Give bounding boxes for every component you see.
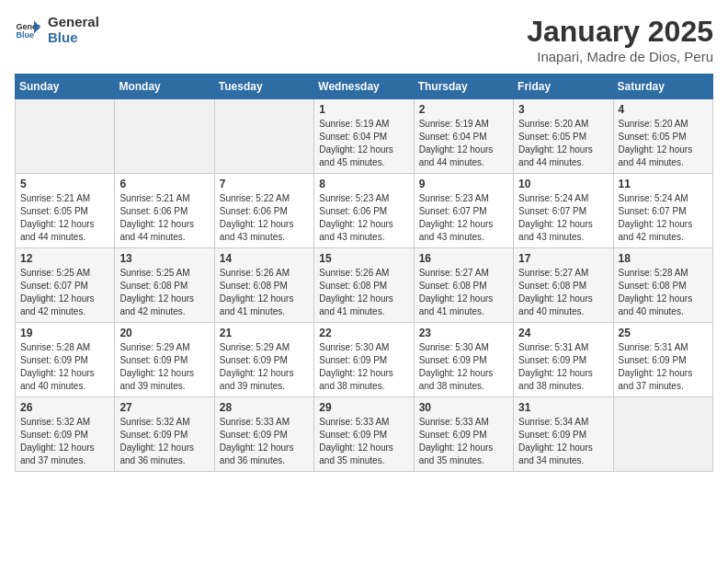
sunrise-text: Sunrise: 5:26 AM — [220, 267, 309, 280]
day-info: Sunrise: 5:21 AM Sunset: 6:05 PM Dayligh… — [20, 192, 109, 244]
calendar-cell: 10 Sunrise: 5:24 AM Sunset: 6:07 PM Dayl… — [514, 174, 613, 248]
calendar-week-row: 26 Sunrise: 5:32 AM Sunset: 6:09 PM Dayl… — [16, 397, 713, 472]
sunset-text: Sunset: 6:06 PM — [220, 205, 309, 218]
day-number: 3 — [518, 103, 608, 116]
calendar-week-row: 1 Sunrise: 5:19 AM Sunset: 6:04 PM Dayli… — [16, 99, 713, 174]
logo-blue-text: Blue — [48, 30, 99, 46]
sunset-text: Sunset: 6:08 PM — [419, 280, 508, 293]
logo-general-text: General — [48, 15, 99, 30]
sunrise-text: Sunrise: 5:32 AM — [119, 416, 209, 429]
sunrise-text: Sunrise: 5:22 AM — [220, 192, 309, 205]
daylight-text: Daylight: 12 hours and 35 minutes. — [319, 442, 408, 467]
day-number: 25 — [619, 327, 708, 339]
calendar-cell: 1 Sunrise: 5:19 AM Sunset: 6:04 PM Dayli… — [314, 99, 414, 174]
daylight-text: Daylight: 12 hours and 39 minutes. — [220, 367, 309, 393]
calendar-header-row: SundayMondayTuesdayWednesdayThursdayFrid… — [16, 75, 713, 99]
day-number: 7 — [220, 178, 309, 190]
sunset-text: Sunset: 6:09 PM — [319, 429, 408, 442]
day-info: Sunrise: 5:34 AM Sunset: 6:09 PM Dayligh… — [518, 416, 608, 467]
sunset-text: Sunset: 6:07 PM — [419, 205, 508, 218]
daylight-text: Daylight: 12 hours and 44 minutes. — [119, 218, 209, 244]
sunset-text: Sunset: 6:07 PM — [619, 205, 708, 218]
calendar-cell — [115, 99, 214, 174]
day-info: Sunrise: 5:33 AM Sunset: 6:09 PM Dayligh… — [220, 416, 309, 467]
day-info: Sunrise: 5:26 AM Sunset: 6:08 PM Dayligh… — [220, 267, 309, 318]
day-info: Sunrise: 5:30 AM Sunset: 6:09 PM Dayligh… — [319, 341, 408, 393]
daylight-text: Daylight: 12 hours and 39 minutes. — [119, 367, 209, 393]
day-info: Sunrise: 5:27 AM Sunset: 6:08 PM Dayligh… — [518, 267, 608, 318]
daylight-text: Daylight: 12 hours and 40 minutes. — [518, 293, 608, 318]
sunset-text: Sunset: 6:09 PM — [518, 354, 608, 367]
title-section: January 2025 Inapari, Madre de Dios, Per… — [527, 15, 713, 64]
sunset-text: Sunset: 6:09 PM — [220, 429, 309, 442]
sunset-text: Sunset: 6:08 PM — [319, 280, 408, 293]
sunrise-text: Sunrise: 5:19 AM — [419, 118, 508, 131]
day-header-tuesday: Tuesday — [214, 75, 313, 99]
day-info: Sunrise: 5:29 AM Sunset: 6:09 PM Dayligh… — [119, 341, 209, 393]
sunrise-text: Sunrise: 5:26 AM — [319, 267, 408, 280]
sunrise-text: Sunrise: 5:20 AM — [619, 118, 708, 131]
day-number: 21 — [220, 327, 309, 339]
calendar-cell: 21 Sunrise: 5:29 AM Sunset: 6:09 PM Dayl… — [214, 323, 313, 397]
day-info: Sunrise: 5:20 AM Sunset: 6:05 PM Dayligh… — [518, 118, 608, 169]
sunset-text: Sunset: 6:05 PM — [20, 205, 109, 218]
sunrise-text: Sunrise: 5:30 AM — [419, 341, 508, 354]
sunrise-text: Sunrise: 5:27 AM — [518, 267, 608, 280]
calendar-cell: 13 Sunrise: 5:25 AM Sunset: 6:08 PM Dayl… — [115, 248, 214, 323]
day-number: 28 — [220, 401, 309, 414]
sunset-text: Sunset: 6:09 PM — [619, 354, 708, 367]
sunrise-text: Sunrise: 5:34 AM — [518, 416, 608, 429]
daylight-text: Daylight: 12 hours and 35 minutes. — [419, 442, 508, 467]
sunset-text: Sunset: 6:09 PM — [20, 429, 109, 442]
daylight-text: Daylight: 12 hours and 44 minutes. — [419, 144, 508, 169]
day-info: Sunrise: 5:31 AM Sunset: 6:09 PM Dayligh… — [518, 341, 608, 393]
daylight-text: Daylight: 12 hours and 43 minutes. — [220, 218, 309, 244]
calendar-body: 1 Sunrise: 5:19 AM Sunset: 6:04 PM Dayli… — [16, 99, 713, 472]
sunrise-text: Sunrise: 5:21 AM — [119, 192, 209, 205]
calendar-cell: 28 Sunrise: 5:33 AM Sunset: 6:09 PM Dayl… — [214, 397, 313, 472]
sunrise-text: Sunrise: 5:32 AM — [20, 416, 109, 429]
calendar-cell: 4 Sunrise: 5:20 AM Sunset: 6:05 PM Dayli… — [613, 99, 712, 174]
day-info: Sunrise: 5:23 AM Sunset: 6:06 PM Dayligh… — [319, 192, 408, 244]
sunset-text: Sunset: 6:09 PM — [319, 354, 408, 367]
day-info: Sunrise: 5:24 AM Sunset: 6:07 PM Dayligh… — [518, 192, 608, 244]
calendar-cell: 11 Sunrise: 5:24 AM Sunset: 6:07 PM Dayl… — [613, 174, 712, 248]
sunrise-text: Sunrise: 5:25 AM — [20, 267, 109, 280]
sunrise-text: Sunrise: 5:31 AM — [619, 341, 708, 354]
sunset-text: Sunset: 6:09 PM — [419, 354, 508, 367]
sunset-text: Sunset: 6:08 PM — [619, 280, 708, 293]
day-header-friday: Friday — [514, 75, 613, 99]
daylight-text: Daylight: 12 hours and 42 minutes. — [20, 293, 109, 318]
calendar-cell: 24 Sunrise: 5:31 AM Sunset: 6:09 PM Dayl… — [514, 323, 613, 397]
day-info: Sunrise: 5:19 AM Sunset: 6:04 PM Dayligh… — [419, 118, 508, 169]
calendar-cell: 31 Sunrise: 5:34 AM Sunset: 6:09 PM Dayl… — [514, 397, 613, 472]
sunrise-text: Sunrise: 5:28 AM — [619, 267, 708, 280]
sunset-text: Sunset: 6:09 PM — [119, 429, 209, 442]
day-info: Sunrise: 5:33 AM Sunset: 6:09 PM Dayligh… — [319, 416, 408, 467]
calendar-cell: 3 Sunrise: 5:20 AM Sunset: 6:05 PM Dayli… — [514, 99, 613, 174]
daylight-text: Daylight: 12 hours and 43 minutes. — [518, 218, 608, 244]
calendar-cell: 18 Sunrise: 5:28 AM Sunset: 6:08 PM Dayl… — [613, 248, 712, 323]
calendar-cell: 27 Sunrise: 5:32 AM Sunset: 6:09 PM Dayl… — [115, 397, 214, 472]
calendar-cell: 17 Sunrise: 5:27 AM Sunset: 6:08 PM Dayl… — [514, 248, 613, 323]
day-header-thursday: Thursday — [414, 75, 513, 99]
day-number: 8 — [319, 178, 408, 190]
sunrise-text: Sunrise: 5:30 AM — [319, 341, 408, 354]
daylight-text: Daylight: 12 hours and 42 minutes. — [119, 293, 209, 318]
sunset-text: Sunset: 6:07 PM — [518, 205, 608, 218]
calendar-cell: 26 Sunrise: 5:32 AM Sunset: 6:09 PM Dayl… — [16, 397, 115, 472]
day-header-saturday: Saturday — [613, 75, 712, 99]
sunset-text: Sunset: 6:08 PM — [518, 280, 608, 293]
calendar-cell — [613, 397, 712, 472]
sunrise-text: Sunrise: 5:24 AM — [518, 192, 608, 205]
calendar-cell — [16, 99, 115, 174]
sunset-text: Sunset: 6:07 PM — [20, 280, 109, 293]
daylight-text: Daylight: 12 hours and 42 minutes. — [619, 218, 708, 244]
daylight-text: Daylight: 12 hours and 44 minutes. — [20, 218, 109, 244]
daylight-text: Daylight: 12 hours and 45 minutes. — [319, 144, 408, 169]
calendar-cell: 12 Sunrise: 5:25 AM Sunset: 6:07 PM Dayl… — [16, 248, 115, 323]
day-info: Sunrise: 5:26 AM Sunset: 6:08 PM Dayligh… — [319, 267, 408, 318]
day-info: Sunrise: 5:23 AM Sunset: 6:07 PM Dayligh… — [419, 192, 508, 244]
day-number: 2 — [419, 103, 508, 116]
day-header-wednesday: Wednesday — [314, 75, 414, 99]
